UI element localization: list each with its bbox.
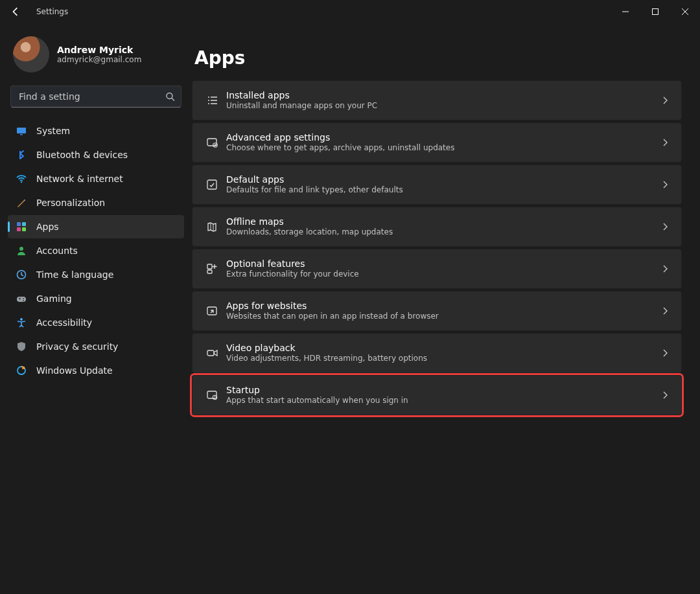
close-button[interactable]	[670, 1, 700, 22]
installed-icon	[198, 86, 226, 115]
sidebar-item-windows-update[interactable]: Windows Update	[8, 359, 184, 382]
settings-card-video-playback[interactable]: Video playback Video adjustments, HDR st…	[192, 333, 682, 373]
sidebar-item-gaming[interactable]: Gaming	[8, 287, 184, 310]
page-title: Apps	[192, 47, 682, 69]
card-description: Apps that start automatically when you s…	[226, 396, 408, 406]
advanced-icon	[198, 128, 226, 157]
bluetooth-icon	[16, 149, 27, 161]
update-icon	[16, 365, 27, 376]
accessibility-icon	[16, 317, 27, 328]
maximize-button[interactable]	[640, 1, 670, 22]
card-description: Choose where to get apps, archive apps, …	[226, 143, 454, 153]
card-description: Defaults for file and link types, other …	[226, 185, 403, 195]
sidebar-item-time-language[interactable]: Time & language	[8, 263, 184, 286]
sidebar-item-label: Gaming	[36, 293, 72, 304]
minimize-button[interactable]	[611, 1, 640, 22]
arrow-left-icon	[11, 7, 20, 16]
card-title: Offline maps	[226, 216, 393, 228]
sidebar-item-personalization[interactable]: Personalization	[8, 191, 184, 214]
window-controls	[611, 1, 700, 22]
avatar	[13, 36, 49, 73]
chevron-right-icon	[663, 349, 668, 357]
settings-card-optional-features[interactable]: Optional features Extra functionality fo…	[192, 249, 682, 289]
privacy-icon	[16, 341, 27, 352]
settings-card-list: Installed apps Uninstall and manage apps…	[192, 80, 682, 415]
chevron-right-icon	[663, 139, 668, 146]
chevron-right-icon	[663, 181, 668, 188]
user-card[interactable]: Andrew Myrick admyrick@gmail.com	[8, 32, 184, 83]
maximize-icon	[652, 8, 659, 15]
chevron-right-icon	[663, 97, 668, 104]
websites-icon	[198, 297, 226, 325]
card-title: Apps for websites	[226, 301, 439, 312]
optional-icon	[198, 255, 226, 283]
user-name: Andrew Myrick	[57, 45, 141, 55]
close-icon	[682, 8, 688, 15]
settings-card-offline-maps[interactable]: Offline maps Downloads, storage location…	[192, 207, 682, 247]
settings-card-installed-apps[interactable]: Installed apps Uninstall and manage apps…	[192, 80, 682, 120]
card-description: Extra functionality for your device	[226, 269, 359, 279]
sidebar-item-label: Bluetooth & devices	[36, 150, 128, 160]
card-description: Uninstall and manage apps on your PC	[226, 101, 377, 111]
sidebar-item-accessibility[interactable]: Accessibility	[8, 311, 184, 334]
sidebar-item-label: Privacy & security	[36, 341, 118, 352]
card-description: Downloads, storage location, map updates	[226, 227, 393, 237]
search-input[interactable]	[10, 86, 181, 108]
card-title: Installed apps	[226, 90, 377, 102]
card-title: Optional features	[226, 258, 359, 270]
search-container	[10, 86, 181, 108]
window-title: Settings	[36, 7, 68, 16]
card-title: Default apps	[226, 174, 403, 186]
sidebar-item-label: System	[36, 126, 70, 136]
system-icon	[16, 125, 27, 137]
content: Apps Installed apps Uninstall and manage…	[192, 23, 700, 594]
default-icon	[198, 170, 226, 199]
card-title: Startup	[226, 385, 408, 396]
sidebar-item-apps[interactable]: Apps	[8, 215, 184, 238]
video-icon	[198, 339, 226, 367]
sidebar-item-accounts[interactable]: Accounts	[8, 239, 184, 262]
settings-card-startup[interactable]: Startup Apps that start automatically wh…	[192, 375, 682, 415]
card-title: Video playback	[226, 343, 427, 354]
minimize-icon	[622, 8, 629, 15]
card-description: Websites that can open in an app instead…	[226, 312, 439, 321]
sidebar-item-network-internet[interactable]: Network & internet	[8, 167, 184, 190]
sidebar-item-label: Accessibility	[36, 317, 92, 328]
sidebar: Andrew Myrick admyrick@gmail.com SystemB…	[0, 23, 192, 594]
sidebar-item-label: Personalization	[36, 198, 105, 208]
sidebar-item-label: Apps	[36, 222, 59, 232]
chevron-right-icon	[663, 265, 668, 273]
settings-card-default-apps[interactable]: Default apps Defaults for file and link …	[192, 165, 682, 205]
wifi-icon	[16, 173, 27, 185]
settings-card-apps-for-websites[interactable]: Apps for websites Websites that can open…	[192, 291, 682, 331]
user-email: admyrick@gmail.com	[57, 55, 141, 64]
svg-rect-24	[653, 9, 659, 15]
apps-icon	[16, 221, 27, 233]
personalization-icon	[16, 197, 27, 209]
card-description: Video adjustments, HDR streaming, batter…	[226, 354, 427, 363]
back-button[interactable]	[5, 1, 26, 22]
gaming-icon	[16, 293, 27, 304]
startup-icon	[198, 381, 226, 409]
sidebar-item-label: Windows Update	[36, 365, 113, 376]
titlebar: Settings	[0, 0, 700, 23]
sidebar-item-privacy-security[interactable]: Privacy & security	[8, 335, 184, 358]
sidebar-item-label: Time & language	[36, 269, 113, 280]
sidebar-item-label: Accounts	[36, 246, 78, 256]
sidebar-item-bluetooth-devices[interactable]: Bluetooth & devices	[8, 143, 184, 166]
accounts-icon	[16, 245, 27, 257]
chevron-right-icon	[663, 307, 668, 315]
chevron-right-icon	[663, 391, 668, 399]
maps-icon	[198, 212, 226, 241]
search-icon	[165, 92, 175, 102]
sidebar-nav: SystemBluetooth & devicesNetwork & inter…	[8, 119, 184, 382]
time-icon	[16, 269, 27, 280]
settings-card-advanced-app-settings[interactable]: Advanced app settings Choose where to ge…	[192, 122, 682, 163]
card-title: Advanced app settings	[226, 132, 454, 144]
sidebar-item-system[interactable]: System	[8, 119, 184, 143]
sidebar-item-label: Network & internet	[36, 174, 123, 184]
chevron-right-icon	[663, 223, 668, 231]
